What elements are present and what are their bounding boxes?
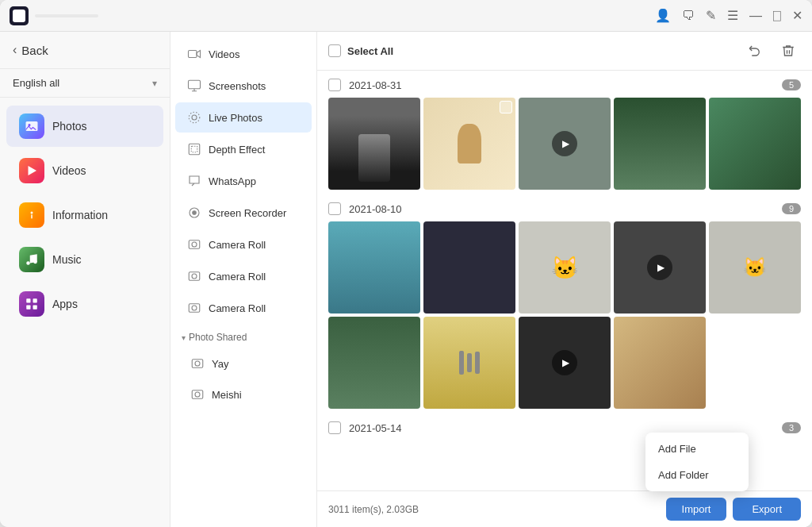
mid-item-label-camera-roll-1: Camera Roll: [209, 239, 266, 251]
svg-point-22: [192, 274, 197, 279]
mid-item-whatsapp[interactable]: WhatsApp: [175, 166, 312, 196]
sidebar-item-apps[interactable]: Apps: [6, 283, 163, 325]
photo-shared-section-header[interactable]: ▾ Photo Shared: [182, 329, 305, 346]
context-menu-add-folder[interactable]: Add Folder: [645, 462, 749, 488]
play-button-overlay[interactable]: [647, 255, 672, 280]
sidebar-item-label-information: Information: [52, 209, 108, 221]
edit-icon[interactable]: ✎: [706, 8, 716, 23]
date-checkbox-2[interactable]: [328, 202, 341, 215]
sidebar-item-label-apps: Apps: [52, 298, 78, 310]
mid-item-screen-recorder[interactable]: Screen Recorder: [175, 198, 312, 228]
sidebar-item-videos[interactable]: Videos: [6, 150, 163, 191]
photo-cell[interactable]: [328, 221, 420, 314]
svg-rect-12: [189, 80, 201, 89]
export-button[interactable]: Export: [733, 498, 801, 521]
language-text: English all: [13, 77, 59, 89]
date-label-2: 2021-08-10: [349, 203, 774, 215]
mid-item-label-videos: Videos: [209, 48, 240, 60]
section-arrow-icon: ▾: [182, 333, 186, 342]
svg-point-3: [31, 212, 33, 214]
photo-checkbox[interactable]: [500, 101, 512, 113]
mid-screenshots-icon: [186, 78, 202, 94]
photo-cell[interactable]: [614, 98, 706, 190]
mid-item-live-photos[interactable]: Live Photos: [175, 102, 312, 133]
section-label: Photo Shared: [189, 332, 247, 343]
photo-cell[interactable]: [423, 317, 515, 409]
svg-point-18: [193, 211, 197, 215]
photo-cell[interactable]: 🐱: [519, 221, 611, 314]
svg-rect-23: [189, 304, 200, 313]
svg-rect-27: [192, 390, 203, 399]
apps-icon: [19, 291, 44, 317]
mid-item-label-camera-roll-2: Camera Roll: [209, 271, 266, 283]
mid-item-camera-roll-1[interactable]: Camera Roll: [175, 229, 312, 260]
mid-item-screenshots[interactable]: Screenshots: [175, 71, 312, 101]
menu-icon[interactable]: ☰: [727, 8, 738, 23]
maximize-button[interactable]: ⎕: [773, 9, 781, 23]
item-count: 3011 item(s), 2.03GB: [328, 504, 419, 515]
photo-cell[interactable]: [614, 317, 706, 409]
play-button-overlay[interactable]: [552, 131, 577, 156]
mid-item-label-live-photos: Live Photos: [209, 112, 262, 124]
mid-item-camera-roll-3[interactable]: Camera Roll: [175, 293, 312, 323]
mid-item-camera-roll-2[interactable]: Camera Roll: [175, 261, 312, 291]
mid-item-depth-effect[interactable]: Depth Effect: [175, 134, 312, 164]
svg-rect-7: [26, 298, 30, 302]
date-header-1: 2021-08-31 5: [328, 79, 801, 91]
date-label-1: 2021-08-31: [349, 79, 774, 91]
mid-depth-effect-icon: [186, 141, 202, 157]
minimize-button[interactable]: —: [749, 9, 762, 23]
mid-item-meishi[interactable]: Meishi: [178, 379, 312, 410]
svg-rect-15: [189, 144, 200, 155]
undo-button[interactable]: [742, 38, 768, 63]
svg-rect-11: [189, 51, 197, 58]
mid-item-label-screenshots: Screenshots: [209, 80, 266, 92]
play-button-overlay[interactable]: [552, 350, 577, 375]
date-header-2: 2021-08-10 9: [328, 202, 801, 215]
mid-item-label-meishi: Meishi: [212, 389, 242, 401]
select-all-label[interactable]: Select AII: [347, 45, 393, 57]
svg-rect-4: [31, 214, 33, 218]
sidebar-item-photos[interactable]: Photos: [6, 106, 163, 147]
context-menu-add-file[interactable]: Add File: [645, 436, 749, 462]
date-checkbox-3[interactable]: [328, 421, 341, 434]
sidebar-item-music[interactable]: Music: [6, 239, 163, 280]
toolbar-right: [742, 38, 801, 63]
photo-cell[interactable]: [614, 221, 706, 314]
date-checkbox-1[interactable]: [328, 79, 341, 91]
nav-items: Photos Videos Information: [0, 98, 170, 333]
photo-cell[interactable]: [328, 317, 420, 409]
photo-cell[interactable]: 🐱: [709, 221, 801, 314]
mid-yay-icon: [190, 356, 205, 371]
comment-icon[interactable]: 🗨: [682, 9, 695, 23]
profile-icon[interactable]: 👤: [655, 8, 671, 23]
sidebar-item-label-music: Music: [52, 253, 82, 266]
svg-point-6: [33, 260, 37, 264]
photo-cell[interactable]: [423, 98, 515, 190]
sidebar-item-information[interactable]: Information: [6, 194, 163, 236]
photo-cell[interactable]: [328, 98, 420, 190]
mid-item-label-camera-roll-3: Camera Roll: [209, 302, 266, 314]
bottom-buttons: Import Export: [666, 498, 801, 521]
sidebar: ‹ Back English all ▾ Photos Vid: [0, 32, 170, 527]
photo-cell[interactable]: [519, 98, 611, 190]
photo-cell[interactable]: [423, 221, 515, 314]
dropdown-arrow-icon: ▾: [152, 78, 157, 89]
content-scroll[interactable]: 2021-08-31 5: [317, 71, 812, 490]
mid-live-photos-icon: [186, 110, 202, 125]
svg-point-24: [192, 306, 197, 310]
back-button[interactable]: ‹ Back: [0, 32, 170, 69]
close-button[interactable]: ✕: [792, 8, 802, 23]
photo-cell[interactable]: [709, 98, 801, 190]
title-text: [35, 14, 98, 17]
mid-item-videos[interactable]: Videos: [175, 39, 312, 69]
import-button[interactable]: Import: [666, 498, 727, 521]
svg-rect-9: [26, 306, 30, 310]
mid-item-yay[interactable]: Yay: [178, 348, 312, 379]
select-all-checkbox[interactable]: [328, 44, 341, 57]
music-icon: [19, 247, 44, 272]
delete-button[interactable]: [776, 38, 801, 63]
photo-cell[interactable]: [519, 317, 611, 409]
language-dropdown[interactable]: English all ▾: [0, 69, 170, 98]
videos-icon: [19, 158, 44, 183]
